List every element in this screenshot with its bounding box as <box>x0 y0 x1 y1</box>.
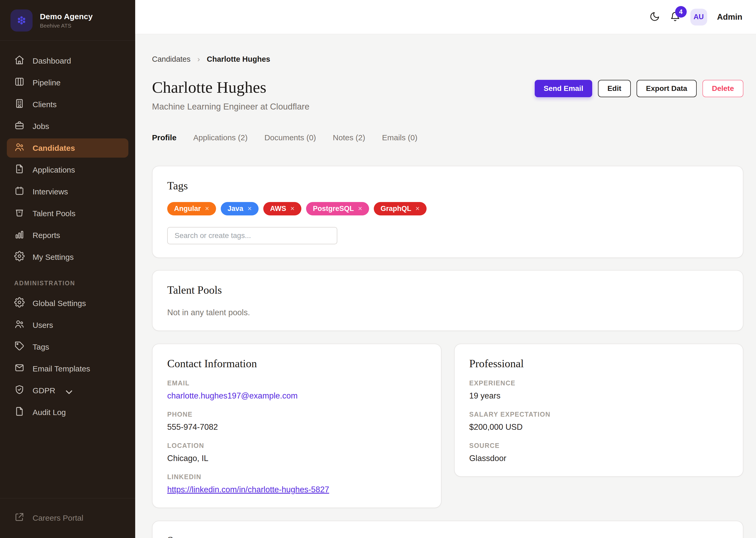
sidebar-item-label: Users <box>32 321 53 330</box>
file-icon <box>14 406 25 418</box>
tag-aws[interactable]: AWS × <box>263 202 301 215</box>
user-name[interactable]: Admin <box>717 12 742 22</box>
tag-graphql[interactable]: GraphQL × <box>374 202 427 215</box>
info-columns: Contact Information EMAIL charlotte.hugh… <box>152 344 743 508</box>
sidebar-item-label: GDPR <box>32 386 55 395</box>
action-buttons: Send Email Edit Export Data Delete <box>535 79 743 97</box>
sidebar-item-interviews[interactable]: Interviews <box>7 182 128 201</box>
sidebar-item-label: Tags <box>32 343 49 351</box>
remove-tag-icon[interactable]: × <box>415 205 420 213</box>
page-title: Charlotte Hughes <box>152 79 309 96</box>
tag-search-input[interactable] <box>167 227 337 244</box>
breadcrumb-separator-icon: › <box>197 55 200 64</box>
tag-label: PostgreSQL <box>313 205 354 213</box>
notifications-button[interactable]: 4 <box>670 11 681 23</box>
professional-card: Professional EXPERIENCE 19 years SALARY … <box>454 344 744 477</box>
beehive-logo-icon <box>11 10 32 31</box>
delete-button[interactable]: Delete <box>702 80 743 97</box>
main-column: 4 AU Admin Candidates › Charlotte Hughes… <box>135 0 756 538</box>
brand-subtitle: Beehive ATS <box>40 23 93 29</box>
sidebar-item-global-settings[interactable]: Global Settings <box>7 294 128 313</box>
sidebar-item-label: Dashboard <box>32 56 71 65</box>
sidebar-item-label: Jobs <box>32 122 49 131</box>
sidebar-item-email-templates[interactable]: Email Templates <box>7 359 128 378</box>
user-avatar[interactable]: AU <box>690 9 707 26</box>
sidebar-item-label: My Settings <box>32 253 74 262</box>
notification-badge: 4 <box>675 6 687 18</box>
sidebar-item-talent-pools[interactable]: Talent Pools <box>7 204 128 223</box>
linkedin-link[interactable]: https://linkedin.com/in/charlotte-hughes… <box>167 485 329 494</box>
talent-pools-title: Talent Pools <box>167 284 728 296</box>
users-icon <box>14 319 25 331</box>
field-email: EMAIL charlotte.hughes197@example.com <box>167 379 426 401</box>
sidebar-item-clients[interactable]: Clients <box>7 95 128 114</box>
sidebar: Demo Agency Beehive ATS Dashboard Pipeli… <box>0 0 135 538</box>
gear-icon <box>14 297 25 309</box>
tab-documents[interactable]: Documents (0) <box>264 133 316 144</box>
field-linkedin: LINKEDIN https://linkedin.com/in/charlot… <box>167 473 426 494</box>
sidebar-admin-nav: Global Settings Users Tags Email Templat… <box>0 294 135 424</box>
chevron-down-icon <box>64 387 71 394</box>
breadcrumb-candidates[interactable]: Candidates <box>152 55 191 64</box>
sidebar-item-users[interactable]: Users <box>7 315 128 335</box>
tag-postgresql[interactable]: PostgreSQL × <box>306 202 369 215</box>
sidebar-item-label: Email Templates <box>32 364 90 373</box>
tab-profile[interactable]: Profile <box>152 133 176 144</box>
sidebar-item-gdpr[interactable]: GDPR <box>7 381 128 400</box>
sidebar-item-label: Interviews <box>32 187 68 196</box>
remove-tag-icon[interactable]: × <box>205 205 209 213</box>
field-label: SALARY EXPECTATION <box>469 410 729 418</box>
page-content[interactable]: Candidates › Charlotte Hughes Charlotte … <box>135 34 756 538</box>
careers-portal-link[interactable]: Careers Portal <box>7 508 128 527</box>
page-subtitle: Machine Learning Engineer at Cloudflare <box>152 102 309 112</box>
external-link-icon <box>14 512 25 524</box>
tag-angular[interactable]: Angular × <box>167 202 216 215</box>
tag-java[interactable]: Java × <box>221 202 259 215</box>
brand-name: Demo Agency <box>40 12 93 21</box>
remove-tag-icon[interactable]: × <box>358 205 362 213</box>
sidebar-item-candidates[interactable]: Candidates <box>7 138 128 158</box>
sidebar-item-tags[interactable]: Tags <box>7 337 128 356</box>
tab-notes[interactable]: Notes (2) <box>333 133 365 144</box>
field-label: PHONE <box>167 410 426 418</box>
remove-tag-icon[interactable]: × <box>290 205 295 213</box>
sidebar-item-my-settings[interactable]: My Settings <box>7 247 128 267</box>
sidebar-item-dashboard[interactable]: Dashboard <box>7 51 128 71</box>
sidebar-item-label: Clients <box>32 100 57 109</box>
tag-list: Angular × Java × AWS × PostgreSQL × <box>167 202 728 215</box>
gear-icon <box>14 251 25 263</box>
tab-emails[interactable]: Emails (0) <box>382 133 417 144</box>
tab-bar: Profile Applications (2) Documents (0) N… <box>152 133 743 144</box>
calendar-icon <box>14 186 25 198</box>
sidebar-item-applications[interactable]: Applications <box>7 160 128 180</box>
brand[interactable]: Demo Agency Beehive ATS <box>0 0 135 40</box>
briefcase-icon <box>14 120 25 133</box>
field-label: SOURCE <box>469 442 729 450</box>
export-data-button[interactable]: Export Data <box>637 80 697 97</box>
contact-information-card: Contact Information EMAIL charlotte.hugh… <box>152 344 442 508</box>
sidebar-item-jobs[interactable]: Jobs <box>7 117 128 136</box>
tab-applications[interactable]: Applications (2) <box>193 133 248 144</box>
file-text-icon <box>14 164 25 176</box>
remove-tag-icon[interactable]: × <box>248 205 252 213</box>
tag-label: AWS <box>270 205 286 213</box>
field-label: LINKEDIN <box>167 473 426 481</box>
tag-label: GraphQL <box>381 205 411 213</box>
sidebar-item-label: Global Settings <box>32 299 86 308</box>
email-link[interactable]: charlotte.hughes197@example.com <box>167 391 298 400</box>
edit-button[interactable]: Edit <box>598 80 631 97</box>
sidebar-item-reports[interactable]: Reports <box>7 226 128 245</box>
sidebar-item-pipeline[interactable]: Pipeline <box>7 73 128 92</box>
tags-card-title: Tags <box>167 180 728 192</box>
dark-mode-toggle[interactable] <box>649 11 660 23</box>
sidebar-item-label: Pipeline <box>32 78 61 87</box>
archive-icon <box>14 207 25 220</box>
talent-pools-empty-text: Not in any talent pools. <box>167 308 728 317</box>
sidebar-item-label: Reports <box>32 231 60 240</box>
sidebar-item-audit-log[interactable]: Audit Log <box>7 403 128 422</box>
field-label: EXPERIENCE <box>469 379 729 387</box>
sidebar-footer: Careers Portal <box>0 498 135 538</box>
top-header: 4 AU Admin <box>135 0 756 34</box>
send-email-button[interactable]: Send Email <box>535 80 592 97</box>
sidebar-nav: Dashboard Pipeline Clients Jobs Candidat… <box>0 41 135 269</box>
